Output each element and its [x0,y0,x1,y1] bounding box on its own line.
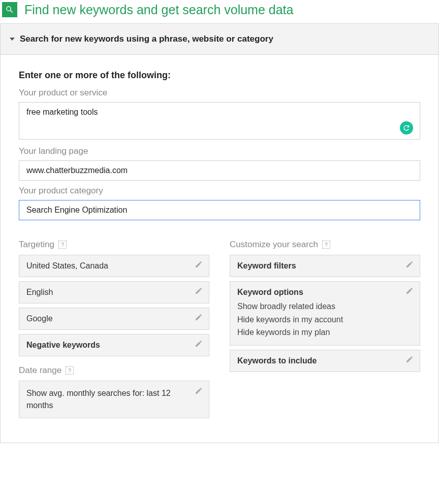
date-range-value: Show avg. monthly searches for: last 12 … [26,389,171,410]
pencil-icon [195,287,203,295]
negative-keywords-label: Negative keywords [26,341,100,349]
targeting-language-value: English [26,288,53,296]
pencil-icon [405,355,414,363]
date-range-label-text: Date range [19,365,61,376]
customize-label: Customize your search ? [230,240,420,250]
product-service-input[interactable] [19,102,420,140]
panel-body: Enter one or more of the following: Your… [1,55,438,443]
targeting-column: Targeting ? United States, Canada Englis… [19,240,209,422]
search-icon [2,2,17,17]
customize-column: Customize your search ? Keyword filters … [230,240,420,422]
date-range-label: Date range ? [19,365,209,376]
product-category-input[interactable] [19,200,420,220]
pencil-icon [405,287,414,295]
keywords-to-include-label: Keywords to include [237,356,317,365]
keyword-option-line: Show broadly related ideas [237,300,413,313]
keyword-option-line: Hide keywords in my account [237,313,413,326]
keyword-option-line: Hide keywords in my plan [237,326,413,339]
negative-keywords[interactable]: Negative keywords [19,334,209,356]
keyword-options-title: Keyword options [237,288,303,296]
help-icon[interactable]: ? [322,241,330,249]
keywords-to-include[interactable]: Keywords to include [230,350,420,372]
keyword-filters[interactable]: Keyword filters [230,255,420,277]
pencil-icon [195,340,203,348]
help-icon[interactable]: ? [58,241,67,249]
main-panel: Search for new keywords using a phrase, … [0,23,439,443]
chevron-down-icon [10,38,15,41]
targeting-label: Targeting ? [19,240,209,250]
landing-page-label: Your landing page [19,146,420,156]
targeting-network-value: Google [26,314,53,323]
pencil-icon [195,313,203,321]
keyword-options[interactable]: Keyword options Show broadly related ide… [230,281,420,346]
targeting-location-value: United States, Canada [26,261,108,270]
product-service-label: Your product or service [19,88,420,98]
accordion-title: Search for new keywords using a phrase, … [20,34,273,44]
section-heading: Enter one or more of the following: [19,70,420,81]
targeting-location[interactable]: United States, Canada [19,255,209,277]
landing-page-input[interactable] [19,160,420,181]
targeting-network[interactable]: Google [19,308,209,330]
keyword-filters-label: Keyword filters [237,261,296,270]
pencil-icon [195,260,203,268]
customize-label-text: Customize your search [230,240,318,250]
date-range-selector[interactable]: Show avg. monthly searches for: last 12 … [19,381,209,418]
grammarly-icon [400,121,413,135]
targeting-language[interactable]: English [19,281,209,304]
pencil-icon [195,386,203,394]
product-category-label: Your product category [19,186,420,196]
targeting-label-text: Targeting [19,240,54,250]
accordion-toggle[interactable]: Search for new keywords using a phrase, … [1,24,438,55]
page-header: Find new keywords and get search volume … [0,0,439,23]
pencil-icon [405,260,414,268]
help-icon[interactable]: ? [66,366,74,375]
page-title: Find new keywords and get search volume … [24,3,293,17]
